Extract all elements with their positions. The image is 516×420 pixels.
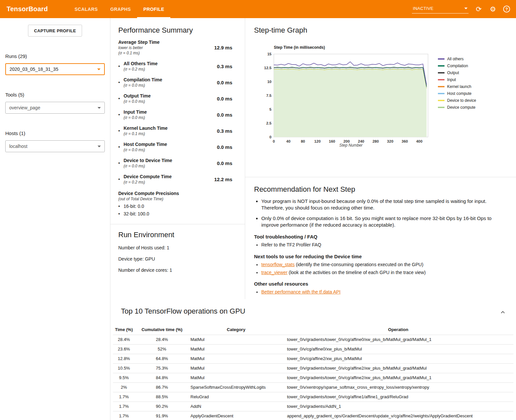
bullet-icon: • (118, 160, 124, 166)
table-cell: ReluGrad (189, 392, 283, 402)
precisions-list: •16-bit: 0.0•32-bit: 100.0 (118, 204, 237, 216)
svg-text:120: 120 (314, 139, 321, 143)
svg-text:400: 400 (416, 139, 422, 143)
refresh-icon[interactable]: ⟳ (475, 5, 483, 13)
svg-text:40: 40 (286, 139, 291, 143)
table-row: 12.8%64.8%MatMultower_0/v/cg/affine2/xw_… (113, 354, 513, 363)
tab-scalars[interactable]: SCALARS (68, 0, 104, 18)
resources-list: Better performance with the tf.data API (254, 289, 501, 295)
table-cell: 2% (113, 382, 135, 392)
legend-swatch (438, 93, 444, 94)
page-layout: CAPTURE PROFILE Runs (29) 2020_03_05_18_… (0, 18, 516, 420)
hosts-label: Hosts (1) (5, 130, 105, 136)
legend-swatch (438, 86, 444, 87)
legend-item: Device to device (438, 98, 476, 103)
table-cell: 28.4% (135, 335, 189, 344)
help-icon[interactable]: ? (503, 6, 510, 13)
run-environment-lines: Number of Hosts used: 1Device type: GPUN… (118, 245, 237, 273)
metric-value: 0.0 ms (217, 160, 237, 166)
table-cell: MatMul (189, 335, 283, 344)
recommendation-section: Recommendation for Next Step Your progra… (245, 177, 516, 297)
legend-swatch (438, 100, 444, 101)
hosts-dropdown[interactable]: localhost (5, 140, 105, 152)
metric-value: 0.3 ms (217, 64, 237, 69)
table-cell: 23.6% (113, 344, 135, 354)
chevron-down-icon (97, 69, 100, 70)
chevron-up-icon[interactable] (499, 308, 507, 318)
perf-summary-item: •Device to Device Time(σ = 0.0 ms)0.0 ms (118, 158, 237, 168)
legend-label: Kernel launch (447, 84, 471, 89)
table-cell: 28.4% (113, 335, 135, 344)
table-cell: 88.5% (135, 392, 189, 402)
table-row: 1.7%88.5%ReluGradtower_0/v/gradients/tow… (113, 392, 513, 402)
legend-item: Compilation (438, 64, 476, 68)
tools-dropdown-value: overview_page (9, 105, 40, 110)
table-cell: 9.5% (113, 373, 135, 382)
table-cell: 52% (135, 344, 189, 354)
table-cell: 84.8% (135, 373, 189, 382)
metric-text: Kernel Launch Time(σ = 0.1 ms) (124, 126, 217, 136)
table-cell: 1.7% (113, 392, 135, 402)
hosts-dropdown-value: localhost (9, 144, 27, 149)
svg-text:280: 280 (372, 139, 379, 143)
tool-link[interactable]: trace_viewer (261, 270, 287, 275)
tools-dropdown[interactable]: overview_page (5, 102, 105, 114)
legend-item: All others (438, 57, 476, 61)
perf-summary-item: •Kernel Launch Time(σ = 0.1 ms)0.3 ms (118, 126, 237, 136)
overview-columns: Performance Summary Average Step Time lo… (110, 18, 516, 299)
table-cell: SparseSoftmaxCrossEntropyWithLogits (189, 382, 283, 392)
table-cell: 86.7% (135, 382, 189, 392)
table-row: 9.5%84.8%MatMultower_0/v/gradients/tower… (113, 373, 513, 382)
environment-line: Number of Hosts used: 1 (118, 245, 237, 250)
table-cell: 91.9% (135, 411, 189, 420)
metric-name: Host Compute Time (124, 142, 217, 147)
metric-value: 0.0 ms (217, 112, 237, 118)
metric-text: Device Compute Time(σ = 0.2 ms) (124, 174, 214, 184)
legend-item: Output (438, 70, 476, 75)
svg-text:160: 160 (329, 139, 335, 143)
tool-link[interactable]: tensorflow_stats (261, 262, 295, 267)
tab-graphs[interactable]: GRAPHS (104, 0, 137, 18)
table-cell: tower_0/v/gradients/tower_0/v/cg/affine2… (283, 373, 513, 382)
metric-sigma: (σ = 0.1 ms) (118, 51, 159, 55)
tab-profile[interactable]: PROFILE (137, 0, 170, 18)
table-cell: MatMul (189, 344, 283, 354)
faq-list: Refer to the TF2 Profiler FAQ (254, 242, 501, 248)
metric-sigma: (σ = 0.0 ms) (124, 99, 217, 104)
table-row: 28.4%28.4%MatMultower_0/v/gradients/towe… (113, 335, 513, 344)
svg-text:Step Time (in milliseconds): Step Time (in milliseconds) (274, 45, 325, 50)
precisions-title: Device Compute Precisions (118, 191, 237, 196)
runs-dropdown[interactable]: 2020_03_05_18_31_35 (5, 63, 105, 75)
legend-item: Device compute (438, 105, 476, 110)
next-tool-item: tensorflow_stats (identify the time-cons… (261, 262, 501, 268)
step-time-graph-title: Step-time Graph (254, 26, 507, 35)
app-title: TensorBoard (7, 5, 48, 13)
legend-label: All others (447, 57, 464, 61)
metric-value: 0.0 ms (217, 80, 237, 85)
resource-item: Better performance with the tf.data API (261, 289, 501, 295)
next-tool-item: trace_viewer (look at the activities on … (261, 269, 501, 276)
legend-swatch (438, 58, 444, 60)
table-cell: tower_0/v/cg/affine0/xw_plus_b/MatMul (283, 344, 513, 354)
chevron-down-icon (98, 107, 101, 109)
legend-swatch (438, 72, 444, 73)
recommendation-item: Only 0.0% of device computation is 16 bi… (261, 215, 501, 228)
status-dropdown[interactable]: INACTIVE (412, 5, 469, 14)
capture-profile-button[interactable]: CAPTURE PROFILE (28, 25, 82, 37)
table-cell: 10.5% (113, 363, 135, 373)
metric-name: All Others Time (124, 61, 217, 66)
svg-text:Step Number: Step Number (339, 143, 363, 148)
legend-label: Host compute (447, 91, 472, 96)
performance-summary-section: Performance Summary Average Step Time lo… (110, 18, 245, 299)
metric-value: 12.9 ms (214, 45, 237, 50)
table-cell: append_apply_gradient_ops/GradientDescen… (283, 411, 513, 420)
resource-link[interactable]: Better performance with the tf.data API (261, 289, 340, 294)
gear-icon[interactable]: ⚙ (489, 5, 497, 13)
perf-summary-item: •Input Time(σ = 0.0 ms)0.0 ms (118, 109, 237, 120)
metric-name: Input Time (124, 109, 217, 115)
step-time-chart: Step Time (in milliseconds)02.557.51012.… (262, 45, 433, 148)
table-cell: 75.3% (135, 363, 189, 373)
legend-swatch (438, 107, 444, 108)
metric-sigma: (σ = 0.1 ms) (124, 131, 217, 136)
bullet-icon: • (118, 96, 124, 101)
